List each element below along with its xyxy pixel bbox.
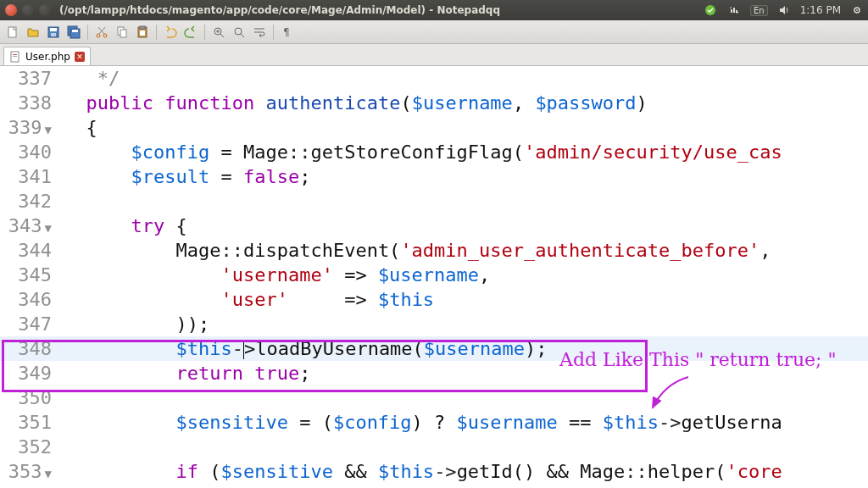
cut-button[interactable] <box>92 23 111 42</box>
svg-rect-22 <box>13 56 17 57</box>
svg-point-18 <box>235 28 242 35</box>
code-line[interactable]: 345 'username' => $username, <box>0 263 868 287</box>
line-number: 347 <box>0 313 64 335</box>
code-line[interactable]: 346 'user' => $this <box>0 287 868 312</box>
toolbar-separator <box>87 25 88 40</box>
code-text[interactable]: */ <box>64 68 868 89</box>
svg-point-2 <box>856 9 858 11</box>
code-text[interactable]: $result = false; <box>64 166 868 187</box>
copy-button[interactable] <box>113 23 131 42</box>
open-file-button[interactable] <box>24 23 42 42</box>
svg-rect-13 <box>120 30 126 37</box>
code-line[interactable]: 347 )); <box>0 312 868 336</box>
svg-rect-16 <box>140 30 145 36</box>
code-line[interactable]: 353▼ if ($sensitive && $this->getId() &&… <box>0 459 868 484</box>
paste-button[interactable] <box>133 23 152 42</box>
code-text[interactable]: public function authenticate($username, … <box>64 92 868 114</box>
file-icon <box>9 51 21 63</box>
svg-rect-9 <box>72 30 78 32</box>
toolbar: ¶ <box>0 20 868 44</box>
line-number: 351 <box>0 412 64 433</box>
new-file-button[interactable] <box>3 23 22 42</box>
tab-filename: User.php <box>25 51 70 63</box>
line-number: 341 <box>0 166 64 187</box>
line-number: 343▼ <box>0 215 64 236</box>
volume-icon[interactable] <box>776 3 792 18</box>
line-number: 338 <box>0 92 64 114</box>
code-text[interactable]: $sensitive = ($config) ? $username == $t… <box>64 412 868 433</box>
annotation-label: Add Like This " return true; " <box>559 349 837 370</box>
toolbar-separator <box>273 25 274 40</box>
sync-icon[interactable] <box>703 3 718 18</box>
fold-marker-icon[interactable]: ▼ <box>45 123 52 136</box>
redo-button[interactable] <box>181 23 200 42</box>
code-line[interactable]: 351 $sensitive = ($config) ? $username =… <box>0 410 868 435</box>
code-text[interactable]: { <box>64 117 868 138</box>
tab-bar: User.php ✕ <box>0 44 868 66</box>
fold-marker-icon[interactable]: ▼ <box>45 467 52 480</box>
code-text[interactable]: 'username' => $username, <box>64 264 868 286</box>
keyboard-lang-indicator[interactable]: En <box>750 5 768 16</box>
code-line[interactable]: 339▼ { <box>0 115 868 140</box>
code-text[interactable]: )); <box>64 313 868 335</box>
svg-rect-5 <box>50 28 57 31</box>
toolbar-separator <box>204 25 205 40</box>
line-number: 349 <box>0 363 64 384</box>
code-text[interactable]: $config = Mage::getStoreConfigFlag('admi… <box>64 141 868 163</box>
svg-rect-3 <box>8 27 16 37</box>
code-text[interactable]: Mage::dispatchEvent('admin_user_authenti… <box>64 240 868 261</box>
svg-rect-21 <box>13 54 17 55</box>
close-window-button[interactable] <box>5 4 17 16</box>
svg-rect-6 <box>51 33 56 36</box>
line-number: 342 <box>0 191 64 212</box>
minimize-window-button[interactable] <box>22 4 34 16</box>
zoom-in-button[interactable] <box>209 23 228 42</box>
svg-point-10 <box>97 34 100 37</box>
line-number: 353▼ <box>0 461 64 482</box>
line-number: 339▼ <box>0 117 64 138</box>
code-editor[interactable]: 337 */338 public function authenticate($… <box>0 66 868 488</box>
line-number: 337 <box>0 68 64 89</box>
code-line[interactable]: 342 <box>0 189 868 214</box>
titlebar: (/opt/lampp/htdocs/magento/app/code/core… <box>0 0 868 20</box>
code-line[interactable]: 338 public function authenticate($userna… <box>0 91 868 115</box>
maximize-window-button[interactable] <box>39 4 51 16</box>
code-text[interactable]: if ($sensitive && $this->getId() && Mage… <box>64 461 868 482</box>
fold-marker-icon[interactable]: ▼ <box>45 221 52 235</box>
line-number: 350 <box>0 387 64 408</box>
code-line[interactable]: 341 $result = false; <box>0 164 868 189</box>
line-number: 344 <box>0 240 64 261</box>
svg-rect-15 <box>140 26 145 29</box>
line-number: 348 <box>0 338 64 359</box>
tab-close-button[interactable]: ✕ <box>75 52 85 62</box>
show-symbols-button[interactable]: ¶ <box>278 23 297 42</box>
line-number: 340 <box>0 141 64 163</box>
line-number: 352 <box>0 436 64 458</box>
svg-point-11 <box>103 34 107 37</box>
code-line[interactable]: 352 <box>0 435 868 459</box>
svg-text:¶: ¶ <box>283 26 290 38</box>
clock[interactable]: 1:16 PM <box>800 4 841 16</box>
word-wrap-button[interactable] <box>250 23 269 42</box>
code-line[interactable]: 343▼ try { <box>0 214 868 238</box>
line-number: 346 <box>0 289 64 310</box>
toolbar-separator <box>156 25 157 40</box>
code-text[interactable]: 'user' => $this <box>64 289 868 310</box>
window-controls <box>5 4 51 16</box>
line-number: 345 <box>0 264 64 286</box>
network-icon[interactable] <box>726 3 742 18</box>
code-line[interactable]: 350 <box>0 385 868 410</box>
save-button[interactable] <box>44 23 63 42</box>
undo-button[interactable] <box>161 23 180 42</box>
settings-gear-icon[interactable] <box>849 3 865 18</box>
code-line[interactable]: 344 Mage::dispatchEvent('admin_user_auth… <box>0 238 868 263</box>
file-tab[interactable]: User.php ✕ <box>3 47 91 65</box>
code-line[interactable]: 337 */ <box>0 66 868 91</box>
code-line[interactable]: 340 $config = Mage::getStoreConfigFlag('… <box>0 140 868 164</box>
find-button[interactable] <box>230 23 248 42</box>
code-text[interactable]: try { <box>64 215 868 236</box>
save-all-button[interactable] <box>64 23 83 42</box>
window-title: (/opt/lampp/htdocs/magento/app/code/core… <box>59 4 500 16</box>
system-tray: En 1:16 PM <box>703 0 865 20</box>
